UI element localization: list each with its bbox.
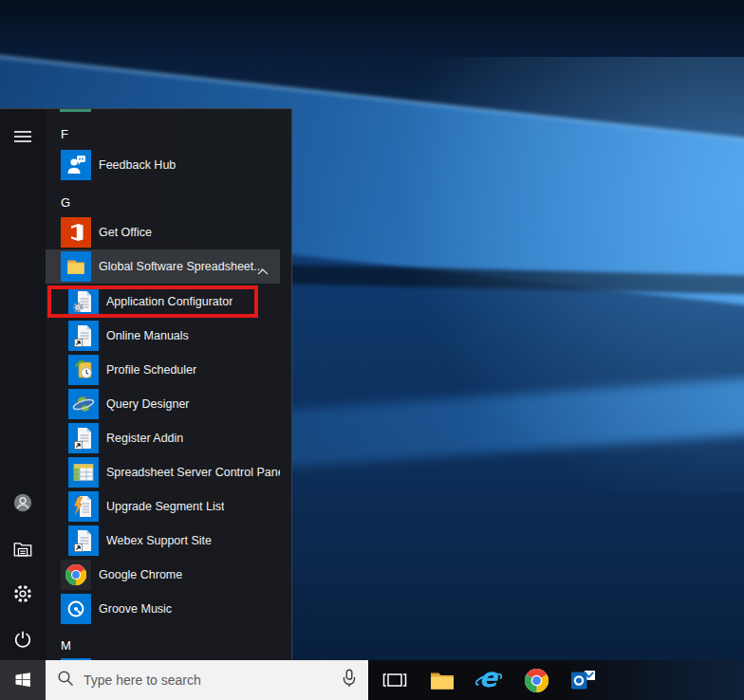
task-view-icon	[382, 672, 407, 689]
gear-icon	[12, 583, 33, 604]
start-menu-app-list: F Feedback Hub G	[46, 109, 291, 660]
app-label: Application Configurator	[106, 295, 232, 308]
start-menu-item-application-configurator[interactable]: Application Configurator	[46, 285, 280, 319]
app-label: Webex Support Site	[106, 534, 212, 547]
groove-music-icon	[61, 594, 91, 624]
internet-explorer-button[interactable]: e	[468, 660, 510, 700]
user-avatar-icon	[12, 492, 33, 513]
app-label: Spreadsheet Server Control Panel	[106, 466, 280, 479]
google-chrome-icon	[525, 669, 549, 692]
start-button[interactable]	[0, 660, 46, 700]
start-menu-item-query-designer[interactable]: Query Designer	[46, 387, 280, 421]
start-menu-item-webex-support-site[interactable]: Webex Support Site	[46, 524, 280, 558]
outlook-icon	[570, 670, 596, 691]
query-designer-icon	[68, 389, 99, 419]
start-menu-item-spreadsheet-server-control-panel[interactable]: Spreadsheet Server Control Panel	[46, 455, 280, 489]
start-menu-item-groove-music[interactable]: Groove Music	[46, 592, 280, 626]
application-configurator-icon	[68, 286, 99, 317]
power-button[interactable]	[0, 617, 46, 662]
webex-support-site-icon	[68, 525, 99, 556]
profile-scheduler-icon	[68, 355, 99, 385]
documents-icon	[12, 538, 33, 559]
start-menu-item-register-addin[interactable]: Register Addin	[46, 421, 280, 455]
app-label: Online Manuals	[106, 329, 189, 342]
start-menu-rail	[0, 109, 46, 660]
app-label: Query Designer	[106, 397, 190, 411]
start-menu: F Feedback Hub G	[0, 108, 292, 660]
app-label: Feedback Hub	[99, 158, 176, 172]
app-label: Get Office	[99, 226, 152, 239]
start-menu-item-google-chrome[interactable]: Google Chrome	[46, 558, 280, 592]
start-menu-item-feedback-hub[interactable]: Feedback Hub	[46, 148, 280, 182]
start-menu-item-get-office[interactable]: Get Office	[46, 215, 280, 249]
file-explorer-icon	[430, 671, 455, 691]
app-label: Profile Scheduler	[106, 363, 196, 377]
chevron-up-icon[interactable]	[257, 262, 269, 279]
spreadsheet-server-control-panel-icon	[68, 457, 99, 488]
app-label: Google Chrome	[99, 568, 182, 581]
app-label: Upgrade Segment List	[106, 500, 224, 513]
taskbar-search[interactable]	[46, 660, 368, 700]
folder-icon	[61, 251, 91, 282]
search-input[interactable]	[84, 672, 330, 688]
outlook-button[interactable]	[562, 660, 604, 700]
settings-button[interactable]	[0, 571, 46, 617]
chrome-taskbar-button[interactable]	[515, 660, 557, 700]
hamburger-menu-button[interactable]	[0, 114, 46, 159]
screen: F Feedback Hub G	[0, 0, 744, 700]
folder-label: Global Software Spreadsheet...	[99, 260, 264, 273]
upgrade-segment-list-icon	[68, 491, 99, 522]
app-label: Groove Music	[99, 602, 172, 616]
app-label: Register Addin	[106, 432, 183, 445]
power-icon	[12, 629, 33, 650]
search-icon	[57, 670, 74, 691]
online-manuals-icon	[68, 321, 99, 351]
section-header-f[interactable]: F	[46, 119, 280, 149]
task-view-button[interactable]	[374, 660, 416, 700]
section-header-g[interactable]: G	[46, 186, 280, 218]
register-addin-icon	[68, 423, 99, 453]
internet-explorer-icon: e	[474, 666, 503, 694]
user-account-button[interactable]	[0, 480, 46, 525]
microphone-icon[interactable]	[342, 669, 357, 691]
start-menu-item-profile-scheduler[interactable]: Profile Scheduler	[46, 353, 280, 387]
start-menu-item-upgrade-segment-list[interactable]: Upgrade Segment List	[46, 489, 280, 524]
windows-logo-icon	[13, 671, 32, 690]
start-menu-folder-global-software-spreadsheet[interactable]: Global Software Spreadsheet...	[46, 249, 280, 284]
get-office-icon	[61, 217, 91, 248]
file-explorer-button[interactable]	[421, 660, 463, 700]
feedback-hub-icon	[61, 150, 91, 180]
taskbar: e	[0, 660, 744, 700]
google-chrome-icon	[61, 560, 91, 590]
partial-app-icon-top	[60, 109, 91, 112]
documents-button[interactable]	[0, 525, 46, 571]
start-menu-item-online-manuals[interactable]: Online Manuals	[46, 319, 280, 353]
